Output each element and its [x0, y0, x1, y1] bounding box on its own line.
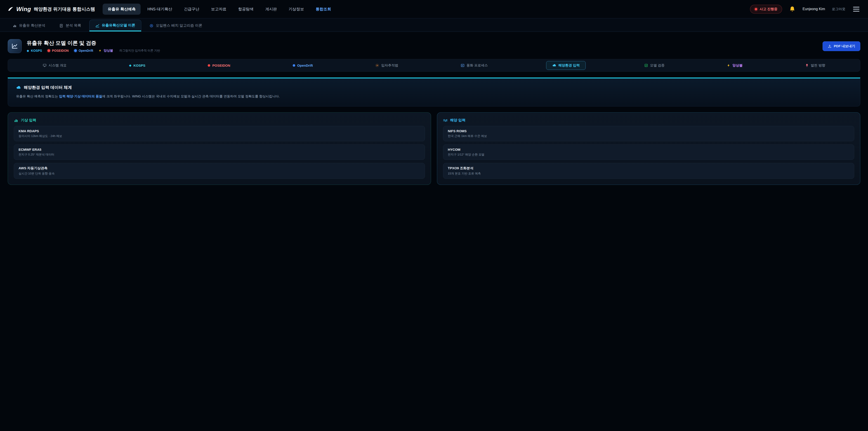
badge-poseidon: POSEIDON — [48, 49, 69, 53]
app-title: 해양환경 위기대응 통합시스템 — [34, 6, 95, 12]
secnav-weathering[interactable]: 풍화 프로세스 — [457, 61, 492, 70]
main-nav: 유출유 확산예측 HNS·대기확산 긴급구난 보고자료 항공탐색 게시판 기상정… — [103, 4, 336, 15]
list-item[interactable]: TPXO9 조화분석 15개 분조 기반 조류 예측 — [443, 163, 854, 179]
diamond-icon: ◆ — [129, 64, 131, 67]
hamburger-icon — [853, 7, 860, 7]
cloud-icon — [16, 85, 21, 90]
secnav-ensemble[interactable]: 앙상블 — [723, 61, 747, 70]
tab-analysis-list[interactable]: 분석 목록 — [53, 20, 87, 31]
rocket-icon — [805, 63, 809, 67]
menu-button[interactable] — [852, 4, 860, 14]
lightning-icon — [98, 49, 102, 52]
wave-icon — [443, 118, 447, 123]
data-source-cards: 기상 입력 KMA RDAPS 동아시아 12km 해상도 · 24h 예보 E… — [8, 112, 860, 185]
list-item[interactable]: KMA RDAPS 동아시아 12km 해상도 · 24h 예보 — [14, 126, 425, 141]
cloud-icon — [552, 63, 556, 67]
diamond-icon: ◆ — [27, 49, 29, 52]
secnav-kosps[interactable]: ◆ KOSPS — [125, 61, 149, 69]
red-dot-icon — [48, 49, 50, 52]
top-bar-right: 사고 진행중 Eunjeong Kim 로그아웃 — [750, 4, 860, 14]
section-nav: 시스템 개요 ◆ KOSPS POSEIDON OpenDrift 입자추적법 … — [8, 59, 860, 72]
red-dot-icon — [208, 64, 210, 67]
nav-aerial-search[interactable]: 항공탐색 — [233, 4, 258, 15]
trend-line-icon — [95, 24, 99, 28]
bar-chart-icon — [13, 24, 17, 28]
weather-input-card: 기상 입력 KMA RDAPS 동아시아 12km 해상도 · 24h 예보 E… — [8, 112, 431, 185]
intro-highlight: 입력 해양·기상 데이터의 품질 — [59, 94, 102, 98]
ocean-card-title: 해양 입력 — [450, 118, 465, 123]
page-content: 유출유 확산 모델 이론 및 검증 ◆ KOSPS POSEIDON OpenD… — [0, 32, 868, 185]
model-badge-row: ◆ KOSPS POSEIDON OpenDrift 앙상블 라 — [27, 49, 160, 53]
secnav-model-validation[interactable]: 모델 검증 — [640, 61, 669, 70]
nav-board[interactable]: 게시판 — [260, 4, 282, 15]
list-item[interactable]: NIFS ROMS 한국 근해 1km 해류·수온 예보 — [443, 126, 854, 141]
page-title: 유출유 확산 모델 이론 및 검증 — [27, 39, 160, 47]
secnav-roadmap[interactable]: 발전 방향 — [801, 61, 829, 70]
page-subtitle: 라그랑지안 입자추적 이론 기반 — [119, 49, 160, 53]
tab-model-theory[interactable]: 유출유확산모델 이론 — [89, 20, 141, 31]
secnav-ocean-input[interactable]: 해양환경 입력 — [546, 61, 586, 70]
nav-weather-info[interactable]: 기상정보 — [284, 4, 309, 15]
ocean-input-intro-panel: 해양환경 입력 데이터 체계 유출유 확산 예측의 정확도는 입력 해양·기상 … — [8, 78, 860, 106]
incident-label: 사고 진행중 — [760, 7, 777, 11]
nav-reports[interactable]: 보고자료 — [206, 4, 231, 15]
badge-opendrift: OpenDrift — [74, 49, 93, 53]
document-icon — [59, 24, 63, 28]
download-icon — [828, 44, 832, 48]
circle-target-icon — [149, 24, 153, 28]
check-square-icon — [644, 63, 648, 67]
bar-chart-icon — [14, 118, 18, 123]
lightning-icon — [727, 64, 730, 67]
page-header: 유출유 확산 모델 이론 및 검증 ◆ KOSPS POSEIDON OpenD… — [0, 32, 868, 58]
nav-hns-atmospheric[interactable]: HNS·대기확산 — [143, 4, 177, 15]
weather-card-title: 기상 입력 — [21, 118, 36, 123]
nav-oil-dispersion[interactable]: 유출유 확산예측 — [103, 4, 141, 15]
badge-ensemble: 앙상블 — [98, 49, 113, 53]
intro-title: 해양환경 입력 데이터 체계 — [24, 85, 72, 90]
secnav-opendrift[interactable]: OpenDrift — [289, 61, 317, 69]
intro-paragraph: 유출유 확산 예측의 정확도는 입력 해양·기상 데이터의 품질에 크게 좌우됩… — [16, 94, 852, 99]
ocean-input-card: 해양 입력 NIFS ROMS 한국 근해 1km 해류·수온 예보 HYCOM… — [437, 112, 860, 185]
app-logo[interactable]: Wing 해양환경 위기대응 통합시스템 — [8, 6, 95, 13]
incident-dot-icon — [755, 8, 757, 10]
blue-dot-icon — [293, 64, 295, 67]
blue-dot-icon — [74, 49, 77, 52]
incident-status-badge[interactable]: 사고 진행중 — [750, 5, 782, 13]
sub-tab-bar: 유출유 확산분석 분석 목록 유출유확산모델 이론 오일펜스 배치 알고리즘 이… — [0, 19, 868, 32]
list-item[interactable]: ECMWF ERA5 전지구 0.25° 재분석 데이터 — [14, 145, 425, 160]
pdf-export-button[interactable]: PDF 내보내기 — [823, 41, 860, 51]
brand-wordmark: Wing — [16, 6, 31, 13]
list-item[interactable]: HYCOM 전지구 1/12° 해양 순환 모델 — [443, 145, 854, 160]
area-chart-icon — [11, 42, 18, 50]
secnav-particle-tracking[interactable]: 입자추적법 — [371, 61, 402, 70]
nav-emergency-rescue[interactable]: 긴급구난 — [179, 4, 204, 15]
logout-link[interactable]: 로그아웃 — [832, 7, 845, 11]
badge-kosps: ◆ KOSPS — [27, 49, 42, 53]
intro-heading-row: 해양환경 입력 데이터 체계 — [16, 85, 852, 90]
tab-oil-fence-theory[interactable]: 오일펜스 배치 알고리즘 이론 — [144, 20, 208, 31]
user-name: Eunjeong Kim — [802, 7, 825, 11]
nav-integrated-search[interactable]: 통합조회 — [311, 4, 336, 15]
secnav-system-overview[interactable]: 시스템 개요 — [39, 61, 70, 70]
secnav-poseidon[interactable]: POSEIDON — [204, 61, 234, 69]
notifications-button[interactable] — [789, 6, 796, 12]
page-title-block: 유출유 확산 모델 이론 및 검증 ◆ KOSPS POSEIDON OpenD… — [27, 39, 160, 53]
top-bar: Wing 해양환경 위기대응 통합시스템 유출유 확산예측 HNS·대기확산 긴… — [0, 0, 868, 19]
layers-wave-icon — [461, 63, 465, 67]
weather-card-title-row: 기상 입력 — [14, 118, 425, 123]
page-icon — [8, 39, 22, 53]
ocean-card-title-row: 해양 입력 — [443, 118, 854, 123]
bell-icon — [789, 6, 796, 12]
list-item[interactable]: AWS 자동기상관측 실시간 10분 단위 풍향·풍속 — [14, 163, 425, 179]
wing-logo-icon — [8, 6, 13, 12]
tab-oil-dispersion-analysis[interactable]: 유출유 확산분석 — [7, 20, 51, 31]
particle-orbit-icon — [375, 63, 379, 67]
monitor-icon — [43, 63, 46, 67]
